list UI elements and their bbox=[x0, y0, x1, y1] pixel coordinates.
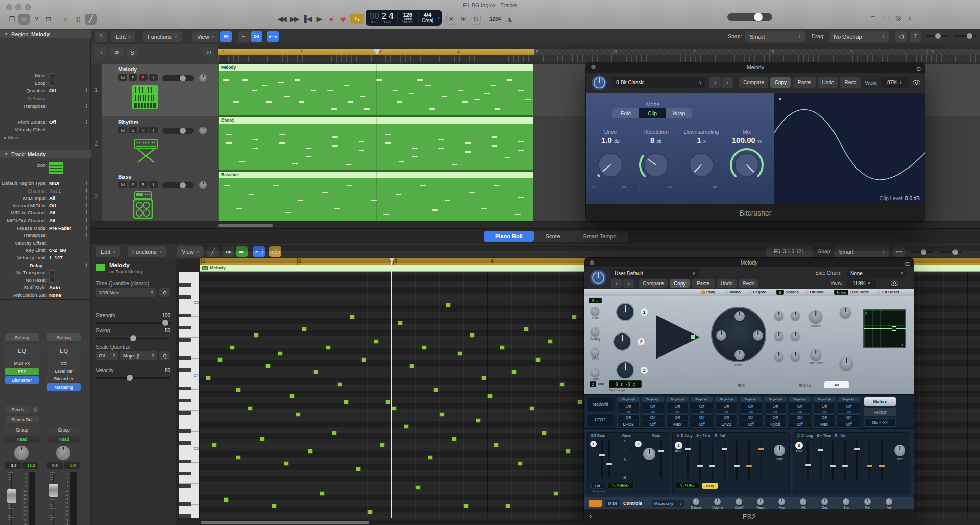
env-slider[interactable] bbox=[856, 441, 858, 480]
param-value[interactable]: Auto bbox=[49, 284, 60, 290]
pr-zoom-h-slider[interactable] bbox=[939, 251, 962, 253]
tab-score[interactable]: Score bbox=[534, 231, 572, 242]
bc-power-button[interactable] bbox=[591, 75, 607, 91]
router-max-cell[interactable]: LFO2 bbox=[617, 421, 640, 428]
bc-knob-mix[interactable] bbox=[728, 146, 766, 184]
download-icon[interactable]: ⊡ bbox=[43, 14, 54, 25]
track-s-button[interactable]: S bbox=[129, 181, 137, 188]
midi-note[interactable] bbox=[284, 461, 289, 466]
bc-mode-clip[interactable]: Clip bbox=[639, 108, 666, 118]
es2-knob-analog[interactable] bbox=[591, 327, 599, 336]
stepper-icon[interactable]: ▲▼ bbox=[85, 232, 88, 237]
pencil-mode-icon[interactable]: ╱ bbox=[85, 14, 97, 25]
send-knob[interactable] bbox=[33, 407, 38, 412]
vector-button[interactable]: Vector bbox=[864, 408, 896, 416]
track-r-button[interactable]: R bbox=[139, 74, 148, 81]
lfo1-rate-lcd[interactable]: 5.900Hz bbox=[607, 483, 634, 489]
router-intensity-cell[interactable]: Off bbox=[666, 403, 689, 409]
automation-mode-button[interactable]: Read bbox=[47, 436, 81, 443]
track-r-button[interactable]: R bbox=[139, 127, 148, 133]
lfo2-badge[interactable]: 2 bbox=[635, 441, 642, 447]
es2-small-knob[interactable] bbox=[774, 352, 783, 361]
bc-link-icon[interactable] bbox=[913, 80, 920, 85]
es2-preset-select[interactable]: User Default∨ bbox=[611, 269, 699, 278]
stop-button[interactable]: ▐◀ bbox=[301, 13, 312, 25]
bar-ruler-dark[interactable]: 5678910 bbox=[534, 49, 980, 55]
es2-undo-button[interactable]: Undo bbox=[717, 279, 737, 288]
router-max-cell[interactable]: Max bbox=[813, 421, 836, 428]
midi-note[interactable] bbox=[217, 357, 223, 362]
track-name[interactable]: Rhythm bbox=[118, 119, 138, 125]
track-pan-knob[interactable] bbox=[199, 74, 207, 82]
pan-knob[interactable] bbox=[14, 446, 29, 460]
track-r-button[interactable]: R bbox=[139, 181, 148, 188]
voice-mode-led[interactable] bbox=[747, 290, 751, 294]
midi-note[interactable] bbox=[470, 333, 475, 338]
router-intensity-cell[interactable]: Off bbox=[740, 403, 762, 409]
midi-note[interactable] bbox=[236, 455, 241, 460]
param-value[interactable]: All bbox=[49, 195, 55, 201]
track-header-rhythm[interactable]: 2RhythmMSRI bbox=[91, 116, 218, 171]
stepper-icon[interactable]: ▲▼ bbox=[85, 225, 88, 230]
midi-note[interactable] bbox=[278, 351, 283, 356]
router-min-cell[interactable]: Off bbox=[740, 414, 762, 420]
tq-q-button[interactable]: Q bbox=[159, 288, 170, 297]
bc-compare-button[interactable]: Compare bbox=[739, 77, 768, 88]
oscillator-1-wave-knob[interactable] bbox=[616, 303, 634, 321]
fader-thumb[interactable] bbox=[7, 489, 16, 503]
es2-small-knob[interactable] bbox=[774, 331, 783, 341]
tab-smart-tempo[interactable]: Smart Tempo bbox=[572, 231, 628, 242]
tab-piano-roll[interactable]: Piano Roll bbox=[484, 231, 534, 242]
stepper-icon[interactable]: ▲▼ bbox=[85, 262, 88, 268]
env-slider[interactable] bbox=[881, 441, 883, 480]
param-checkbox[interactable] bbox=[49, 270, 54, 275]
play-button[interactable]: ▶ bbox=[314, 13, 325, 25]
env-slider[interactable] bbox=[761, 441, 762, 480]
macro-knob-mod[interactable] bbox=[778, 498, 785, 505]
macro-knob-volume[interactable] bbox=[714, 498, 721, 505]
piano-keys[interactable]: C5C4C3C2 bbox=[179, 272, 200, 518]
midi-note[interactable] bbox=[572, 315, 577, 319]
more-expander[interactable]: ▸ More bbox=[4, 135, 19, 140]
param-value[interactable]: All bbox=[49, 210, 55, 216]
unison-led[interactable] bbox=[804, 290, 808, 294]
midi-note[interactable] bbox=[272, 504, 277, 508]
midi-note[interactable] bbox=[457, 351, 462, 356]
dictation-icon[interactable]: ◎ bbox=[895, 14, 901, 22]
glide-bend-lcd[interactable]: 0 s -3 c bbox=[609, 380, 642, 388]
zoom-v-slider[interactable] bbox=[926, 35, 948, 37]
sq-scale-select[interactable]: Major (I...⇕ bbox=[120, 351, 157, 360]
tuner-icon[interactable]: Ψ bbox=[458, 14, 469, 25]
midi-note[interactable] bbox=[391, 406, 397, 411]
black-key[interactable] bbox=[179, 514, 191, 518]
midi-tab[interactable]: MIDI bbox=[605, 500, 620, 507]
help-icon[interactable]: ? bbox=[31, 14, 42, 25]
param-value[interactable]: Off bbox=[49, 119, 56, 125]
playhead[interactable] bbox=[377, 49, 377, 222]
router-via-cell[interactable]: via bbox=[691, 410, 713, 414]
midi-note[interactable] bbox=[415, 485, 421, 490]
midi-note[interactable] bbox=[422, 345, 427, 350]
midi-note[interactable] bbox=[265, 364, 271, 368]
tick-ruler[interactable] bbox=[218, 55, 980, 62]
automation-mode-button[interactable]: Read bbox=[5, 436, 39, 443]
bc-mode-fold[interactable]: Fold bbox=[612, 108, 639, 118]
midi-note[interactable] bbox=[230, 345, 235, 350]
env-poly-button[interactable]: Poly bbox=[702, 483, 718, 489]
midi-note[interactable] bbox=[356, 467, 361, 471]
lfo2-rate-knob[interactable] bbox=[643, 448, 655, 460]
midi-note[interactable] bbox=[374, 339, 379, 344]
track-i-button[interactable]: I bbox=[149, 74, 158, 81]
env-slider[interactable] bbox=[699, 441, 701, 480]
es2-prev-preset[interactable]: ‹ bbox=[611, 279, 622, 288]
sq-q-button[interactable]: Q bbox=[159, 351, 170, 360]
env-slider[interactable] bbox=[844, 441, 846, 480]
router-max-cell[interactable]: Env2 bbox=[715, 421, 738, 428]
lcd-display[interactable]: 00 2 4 BARBEAT 126 KEEP TEMPO 4/4 Cmaj ∨ bbox=[366, 10, 442, 26]
param-checkbox[interactable] bbox=[49, 278, 54, 283]
midi-note[interactable] bbox=[254, 333, 259, 338]
midi-note[interactable] bbox=[577, 400, 582, 404]
plugin-slot[interactable]: Bitcrusher bbox=[47, 375, 81, 382]
pr-hscrollbar[interactable] bbox=[200, 520, 583, 524]
es2-compare-button[interactable]: Compare bbox=[639, 279, 668, 288]
